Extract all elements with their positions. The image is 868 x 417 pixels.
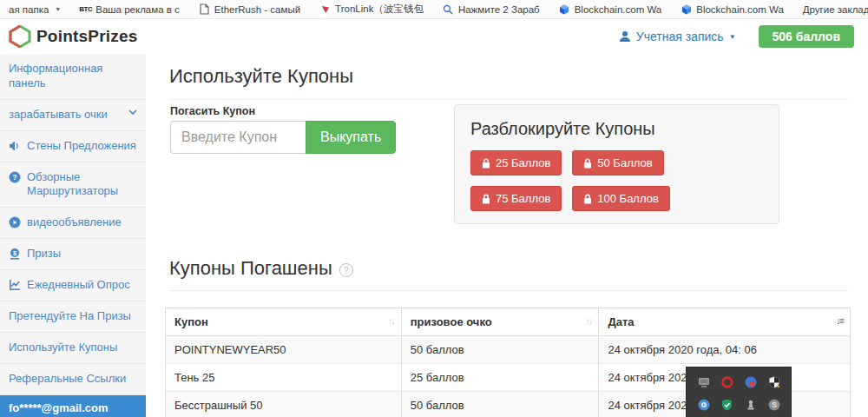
bookmark-folder[interactable]: ая папка ▼: [9, 4, 61, 15]
blockchain-cube-icon: [681, 3, 692, 15]
page-icon: [199, 3, 210, 15]
site-header: PointsPrizes Учетная запись ▼ 506 баллов: [0, 19, 868, 54]
bookmark-item[interactable]: BTC Ваша реклама в с: [80, 3, 180, 15]
redeem-button[interactable]: Выкупать: [306, 121, 396, 154]
coin-icon: $: [9, 248, 21, 260]
bookmark-label: Ваша реклама в с: [95, 4, 180, 15]
btc-icon: BTC: [80, 3, 91, 15]
other-bookmarks-label: Другие закладки: [803, 4, 868, 15]
coupon-input[interactable]: [170, 121, 306, 154]
bookmark-item[interactable]: TronLink（波宝钱包: [319, 3, 424, 16]
redeem-coupon-form: Выкупать: [170, 121, 396, 154]
table-row: POINTYNEWYEAR50 50 баллов 24 октября 202…: [166, 336, 851, 364]
sidebar-item-video-ads[interactable]: видеообъявление: [0, 208, 146, 239]
cell-coupon: Бесстрашный 50: [166, 392, 402, 417]
system-tray-popup: S: [686, 367, 792, 417]
svg-text:?: ?: [12, 173, 17, 182]
unlock-100-points-button[interactable]: 100 Баллов: [572, 186, 670, 211]
lock-icon: [583, 194, 592, 204]
megaphone-icon: [9, 140, 21, 152]
bookmark-item[interactable]: Blockchain.com Wa: [681, 3, 784, 15]
account-menu[interactable]: Учетная запись ▼: [619, 30, 736, 43]
cell-coupon: POINTYNEWYEAR50: [166, 336, 402, 364]
s-circle-icon[interactable]: S: [767, 399, 780, 412]
column-header-coupon[interactable]: Купон ↑↓: [166, 308, 402, 336]
bookmark-item[interactable]: Нажмите 2 Зараб: [443, 3, 540, 15]
redeem-coupon-label: Погасить Купон: [170, 105, 255, 117]
unlock-25-points-button[interactable]: 25 Баллов: [470, 150, 562, 175]
tronlink-icon: [319, 3, 331, 15]
lock-icon: [583, 158, 592, 169]
main-content: Используйте Купоны Погасить Купон Выкупа…: [146, 54, 868, 417]
sidebar-item-survey-routers[interactable]: ? Обзорные Маршрутизаторы: [0, 162, 146, 208]
stamp-icon[interactable]: [744, 399, 757, 412]
sort-icon: ↑↓: [585, 315, 591, 326]
media-player-blue-icon[interactable]: [697, 399, 710, 412]
cell-coupon: Тень 25: [166, 364, 402, 392]
blockchain-cube-icon: [559, 3, 570, 15]
lock-icon: [482, 158, 490, 169]
sidebar-item-claim-prizes[interactable]: Претендуйте На Призы: [0, 301, 146, 333]
column-header-points[interactable]: призовое очко ↑↓: [401, 308, 599, 336]
chevron-down-icon: ▼: [729, 33, 736, 41]
unlock-coupons-panel: Разблокируйте Купоны 25 Баллов 50 Баллов…: [454, 104, 779, 224]
shield-checkered-warning-icon[interactable]: [767, 376, 780, 389]
bookmark-label: Нажмите 2 Зараб: [458, 4, 540, 15]
bookmarks-bar: ая папка ▼ BTC Ваша реклама в с EtherRus…: [0, 0, 868, 19]
points-balance-badge[interactable]: 506 баллов: [759, 25, 854, 48]
cell-points: 25 баллов: [401, 364, 599, 392]
sidebar-item-offer-walls[interactable]: Стены Предложения: [0, 131, 146, 162]
redeemed-coupons-title: Купоны Погашены ?: [169, 257, 849, 291]
sidebar-item-daily-poll[interactable]: Ежедневный Опрос: [0, 270, 146, 301]
cell-date: 24 октября 2020 года, 04: 06: [599, 336, 851, 364]
sort-descending-icon: ↓≡: [836, 315, 843, 326]
search-icon: [443, 3, 454, 15]
unlock-75-points-button[interactable]: 75 Баллов: [470, 186, 562, 211]
bookmark-label: TronLink（波宝钱包: [335, 3, 424, 16]
unlock-50-points-button[interactable]: 50 Баллов: [572, 150, 663, 175]
sidebar-item-dashboard[interactable]: Информационная панель: [0, 54, 146, 100]
question-circle-icon: ?: [9, 171, 21, 183]
chart-icon: [9, 279, 21, 291]
brand-logo[interactable]: PointsPrizes: [9, 25, 137, 48]
bookmark-item[interactable]: EtherRush - самый: [199, 3, 300, 15]
chevron-down-icon: ▼: [55, 6, 61, 12]
bookmark-label: ая папка: [9, 4, 49, 15]
other-bookmarks-button[interactable]: Другие закладки ▼: [803, 4, 868, 15]
pointsprizes-hexagon-icon: [9, 25, 31, 48]
page-title: Используйте Купоны: [169, 65, 849, 100]
bookmark-item[interactable]: Blockchain.com Wa: [559, 3, 662, 15]
display-icon[interactable]: [697, 376, 710, 389]
opera-icon[interactable]: [720, 376, 733, 389]
cell-points: 50 баллов: [401, 336, 599, 364]
sidebar-item-prizes[interactable]: $ Призы: [0, 239, 146, 270]
lock-icon: [482, 194, 490, 204]
sort-icon: ↑↓: [388, 315, 394, 326]
chevron-down-icon: [128, 108, 137, 116]
notification-email: fo*****@gmail.com: [9, 401, 137, 414]
account-label: Учетная запись: [636, 30, 724, 43]
brand-name: PointsPrizes: [36, 27, 137, 46]
notification-card[interactable]: fo*****@gmail.com Offer Bonus Points: [0, 395, 146, 417]
bookmark-label: Blockchain.com Wa: [696, 4, 784, 15]
column-header-date[interactable]: Дата ↓≡: [599, 308, 851, 336]
sidebar-item-use-coupons[interactable]: Используйте Купоны: [0, 333, 146, 364]
play-circle-icon: [9, 216, 21, 228]
sidebar: Информационная панель зарабатывать очки …: [0, 54, 146, 417]
bookmark-label: EtherRush - самый: [214, 4, 300, 15]
antivirus-shield-check-icon[interactable]: [720, 399, 733, 412]
unlock-coupons-title: Разблокируйте Купоны: [470, 119, 763, 139]
user-icon: [619, 30, 631, 43]
sidebar-item-referral-links[interactable]: Реферальные Ссылки: [0, 364, 146, 395]
bookmark-label: Blockchain.com Wa: [575, 4, 662, 15]
browser-blue-red-icon[interactable]: [744, 376, 757, 389]
sidebar-item-earn-points[interactable]: зарабатывать очки: [0, 100, 146, 131]
help-icon[interactable]: ?: [339, 263, 353, 277]
cell-points: 50 баллов: [401, 392, 599, 417]
svg-text:S: S: [771, 400, 776, 409]
